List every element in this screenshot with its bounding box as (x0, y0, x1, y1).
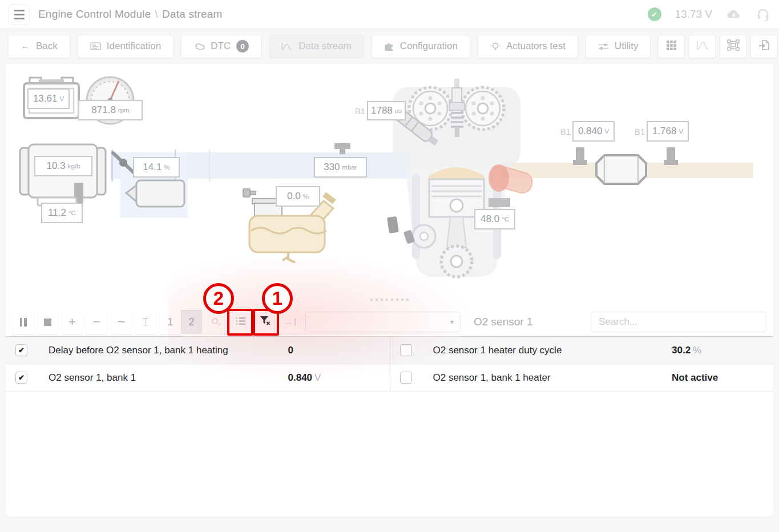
selected-group-label: O2 sensor 1 (474, 316, 533, 328)
scale-button[interactable]: ⌶ (135, 310, 156, 334)
filter-x-icon (260, 316, 271, 329)
data-stream-table: ✔ Delay before O2 sensor 1, bank 1 heati… (6, 336, 773, 392)
caret-down-icon: ▾ (450, 318, 454, 326)
content-card: 13.61V 871.8rpm 10.3kg/h 11.2°C 14.1% 33… (6, 64, 773, 517)
parameter-label: O2 sensor 1, bank 1 heater (426, 372, 672, 384)
parameter-label: O2 sensor 1 heater duty cycle (426, 345, 672, 356)
parameter-label: O2 sensor 1, bank 1 (42, 372, 288, 384)
curve-icon (281, 42, 293, 51)
bulb-icon (490, 41, 501, 51)
parameter-value: 30.2% (672, 345, 773, 356)
search-input[interactable] (591, 312, 766, 332)
callout-o2-downstream: B11.768V (647, 121, 689, 142)
breadcrumb: Engine Control Module\Data stream (38, 8, 223, 21)
callout-purge-valve: 0.0% (276, 186, 320, 207)
table-column-right: ✔ O2 sensor 1 heater duty cycle 30.2% ✔ … (390, 337, 774, 392)
list-icon (236, 316, 246, 328)
app-header: Engine Control Module\Data stream ✔ 13.7… (0, 0, 779, 29)
engine-illustration (6, 64, 773, 292)
graph-curve-icon (696, 41, 709, 53)
headset-icon[interactable] (756, 7, 770, 22)
stream-toolbar: + − ~ ⌶ 1 2 × → ▾ O2 sensor 1 (13, 309, 766, 334)
grid-icon (666, 40, 677, 53)
callout-intake-air-temp: 11.2°C (41, 203, 83, 223)
tab-dtc[interactable]: DTC 0 (181, 35, 261, 58)
table-row[interactable]: ✔ O2 sensor 1 heater duty cycle 30.2% (390, 337, 774, 364)
grid-view-button[interactable] (658, 35, 685, 58)
parameter-value: 0 (288, 345, 390, 356)
clear-search-button: × (205, 310, 227, 334)
parameter-label: Delay before O2 sensor 1, bank 1 heating (42, 345, 288, 356)
select-list-button[interactable] (230, 310, 251, 334)
graph-view-button[interactable] (689, 35, 716, 58)
row-checkbox[interactable]: ✔ (400, 372, 412, 384)
minus-icon: − (93, 315, 100, 329)
skip-to-end-icon: → (284, 316, 296, 328)
dtc-count-badge: 0 (236, 40, 249, 53)
battery-voltage-status: 13.73 V (675, 8, 713, 21)
parameter-value: 0.840V (288, 372, 390, 384)
graph-mode-button[interactable]: ~ (111, 310, 132, 334)
callout-manifold-pressure: 330mbar (314, 157, 367, 178)
id-card-icon (90, 42, 101, 51)
callout-battery-voltage: 13.61V (27, 88, 70, 109)
engine-schematic: 13.61V 871.8rpm 10.3kg/h 11.2°C 14.1% 33… (6, 64, 773, 292)
menu-button[interactable] (9, 4, 30, 25)
breadcrumb-separator: \ (155, 8, 158, 20)
cloud-sync-icon[interactable] (726, 9, 742, 20)
stop-icon (44, 319, 51, 326)
add-parameter-button[interactable]: + (62, 310, 83, 334)
check-icon: ✔ (18, 374, 25, 381)
parameter-group-select[interactable]: ▾ (305, 312, 461, 332)
back-arrow-icon: ← (21, 41, 30, 52)
tab-configuration[interactable]: Configuration (372, 35, 470, 58)
puzzle-icon (384, 42, 394, 51)
plus-icon: + (68, 315, 76, 329)
bank-label: B1 (635, 127, 645, 136)
table-row[interactable]: ✔ Delay before O2 sensor 1, bank 1 heati… (6, 337, 390, 364)
callout-injection-time: B11788us (367, 101, 406, 120)
parameter-value: Not active (672, 372, 773, 384)
one-column-button[interactable]: 1 (160, 310, 181, 334)
connection-ok-icon: ✔ (648, 7, 661, 21)
text-height-icon: ⌶ (143, 316, 149, 328)
engine-warning-icon (193, 42, 205, 51)
bank-label: B1 (560, 127, 571, 136)
function-tabbar: ← Back Identification DTC 0 Data stream … (0, 29, 779, 63)
table-row[interactable]: ✔ O2 sensor 1, bank 1 0.840V (6, 364, 390, 392)
row-checkbox[interactable]: ✔ (400, 344, 412, 356)
export-button[interactable] (750, 35, 777, 58)
callout-o2-upstream: B10.840V (572, 121, 615, 142)
tab-identification[interactable]: Identification (78, 35, 173, 58)
bank-label: B1 (355, 106, 365, 116)
reset-filter-button[interactable] (255, 310, 276, 334)
callout-throttle-position: 14.1% (133, 157, 180, 178)
tab-data-stream[interactable]: Data stream (269, 35, 364, 58)
check-icon: ✔ (18, 346, 25, 354)
skip-to-end-button: → (279, 310, 300, 334)
back-button[interactable]: ← Back (8, 35, 70, 58)
column-count-switch: 1 2 (160, 310, 202, 334)
callout-coolant-temp: 48.0°C (474, 209, 515, 229)
selection-frame-icon (727, 39, 740, 53)
sliders-icon (598, 42, 609, 51)
row-checkbox[interactable]: ✔ (15, 372, 27, 384)
row-checkbox[interactable]: ✔ (15, 344, 27, 356)
tab-utility[interactable]: Utility (586, 35, 651, 58)
table-column-left: ✔ Delay before O2 sensor 1, bank 1 heati… (6, 337, 390, 392)
callout-air-flow: 10.3kg/h (34, 156, 92, 176)
breadcrumb-page: Data stream (162, 8, 223, 20)
panel-splitter-handle[interactable] (6, 292, 773, 307)
scheme-view-button[interactable] (720, 35, 746, 58)
stop-button[interactable] (37, 310, 58, 334)
two-columns-button[interactable]: 2 (181, 310, 202, 334)
export-file-icon (758, 39, 770, 53)
remove-parameter-button[interactable]: − (86, 310, 107, 334)
breadcrumb-module: Engine Control Module (38, 8, 151, 20)
tab-actuators-test[interactable]: Actuators test (478, 35, 578, 58)
pause-button[interactable] (13, 310, 34, 334)
table-row[interactable]: ✔ O2 sensor 1, bank 1 heater Not active (390, 364, 774, 392)
callout-engine-rpm: 871.8rpm (78, 100, 143, 120)
wave-icon: ~ (117, 314, 125, 330)
clear-search-icon: × (212, 317, 221, 327)
